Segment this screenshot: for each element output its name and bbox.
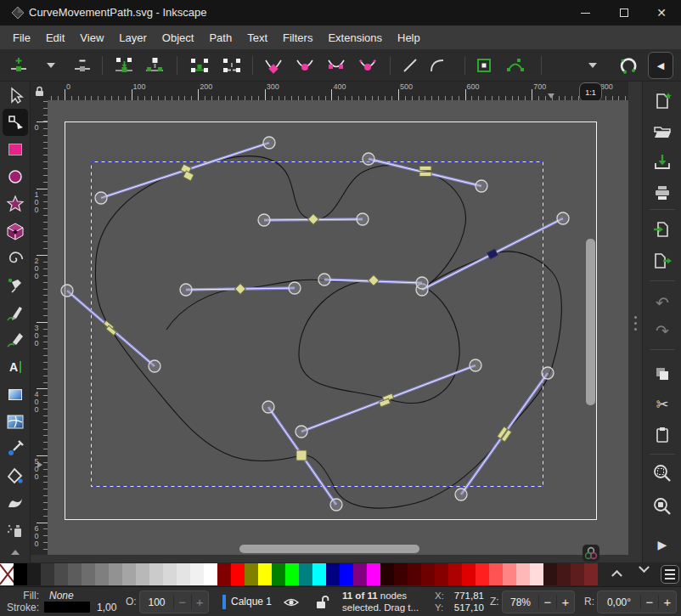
- vertical-ruler[interactable]: 0100200300400500600: [31, 100, 48, 555]
- palette-swatch[interactable]: [14, 563, 27, 585]
- redo-button[interactable]: ↷: [650, 318, 675, 343]
- vertical-scrollbar[interactable]: [586, 239, 595, 405]
- palette-swatch[interactable]: [489, 563, 503, 585]
- palette-swatch[interactable]: [109, 563, 122, 585]
- palette-swatch[interactable]: [394, 563, 408, 585]
- opacity-control[interactable]: 100 − +: [139, 591, 209, 613]
- palette-swatch[interactable]: [326, 563, 340, 585]
- segment-curve-button[interactable]: [426, 54, 448, 76]
- palette-scroll-up-button[interactable]: [613, 569, 623, 579]
- segment-line-button[interactable]: [399, 54, 421, 76]
- join-with-segment-button[interactable]: [189, 54, 211, 76]
- node-corner-button[interactable]: [262, 54, 284, 76]
- palette-menu-button[interactable]: [661, 565, 679, 584]
- palette-swatch[interactable]: [149, 563, 163, 585]
- palette-swatch[interactable]: [367, 563, 380, 585]
- open-document-button[interactable]: [650, 119, 675, 144]
- palette-swatch[interactable]: [543, 563, 557, 585]
- palette-swatch[interactable]: [245, 563, 258, 585]
- opacity-value[interactable]: 100: [140, 596, 173, 608]
- menu-edit[interactable]: Edit: [38, 28, 72, 48]
- palette-swatch[interactable]: [299, 563, 312, 585]
- rotation-increase-button[interactable]: +: [658, 595, 676, 609]
- palette-swatch[interactable]: [27, 563, 41, 585]
- zoom-increase-button[interactable]: +: [556, 595, 574, 609]
- object-to-path-button[interactable]: [473, 54, 495, 76]
- paint-bucket-tool[interactable]: [0, 462, 31, 489]
- undo-button[interactable]: ↶: [650, 290, 675, 315]
- palette-swatch[interactable]: [312, 563, 326, 585]
- palette-swatch[interactable]: [177, 563, 190, 585]
- maximize-button[interactable]: [605, 0, 644, 25]
- palette-swatch[interactable]: [380, 563, 394, 585]
- insert-node-options-button[interactable]: [40, 54, 62, 76]
- palette-swatch[interactable]: [122, 563, 136, 585]
- palette-swatch[interactable]: [435, 563, 448, 585]
- zoom-ratio-badge[interactable]: 1:1: [579, 82, 602, 102]
- layer-visibility-icon[interactable]: [284, 596, 299, 608]
- stroke-width-value[interactable]: 1,00: [97, 602, 116, 613]
- dock-resize-grip[interactable]: [633, 316, 638, 331]
- palette-swatch[interactable]: [503, 563, 516, 585]
- insert-node-button[interactable]: [8, 54, 30, 76]
- zoom-drawing-button[interactable]: [650, 494, 675, 519]
- rotation-value[interactable]: 0,00°: [598, 596, 640, 608]
- palette-swatch[interactable]: [571, 563, 584, 585]
- ruler-corner[interactable]: [31, 82, 48, 100]
- star-tool[interactable]: [0, 190, 31, 218]
- join-nodes-button[interactable]: [113, 54, 135, 76]
- palette-swatch[interactable]: [54, 563, 68, 585]
- node-symmetric-button[interactable]: [325, 54, 347, 76]
- menu-object[interactable]: Object: [155, 28, 202, 48]
- dropper-tool[interactable]: [0, 435, 31, 462]
- more-options-button[interactable]: [582, 54, 604, 76]
- import-button[interactable]: [650, 217, 675, 242]
- selector-tool[interactable]: [0, 82, 31, 109]
- new-document-button[interactable]: [650, 88, 675, 114]
- layer-name[interactable]: Calque 1: [231, 596, 272, 608]
- palette-swatch[interactable]: [421, 563, 435, 585]
- show-transform-handles-button[interactable]: [617, 54, 639, 76]
- palette-swatch[interactable]: [68, 563, 82, 585]
- stroke-color-swatch[interactable]: [44, 602, 90, 613]
- ellipse-tool[interactable]: [0, 163, 31, 190]
- palette-swatch[interactable]: [217, 563, 231, 585]
- stroke-to-path-button[interactable]: [504, 54, 526, 76]
- palette-swatch[interactable]: [476, 563, 489, 585]
- box-3d-tool[interactable]: [0, 218, 31, 245]
- node-editor-tool[interactable]: [3, 109, 28, 136]
- zoom-control[interactable]: 78% − +: [502, 591, 575, 613]
- horizontal-scrollbar[interactable]: [239, 545, 419, 553]
- paste-button[interactable]: [650, 422, 675, 448]
- palette-swatch[interactable]: [353, 563, 367, 585]
- node-smooth-button[interactable]: [294, 54, 316, 76]
- palette-swatch[interactable]: [95, 563, 109, 585]
- menu-file[interactable]: File: [5, 28, 38, 48]
- menu-view[interactable]: View: [72, 28, 111, 48]
- delete-segment-button[interactable]: [221, 54, 243, 76]
- rotation-control[interactable]: 0,00° − +: [597, 591, 677, 613]
- palette-swatch[interactable]: [285, 563, 299, 585]
- canvas[interactable]: [48, 100, 628, 555]
- gradient-tool[interactable]: [0, 381, 31, 408]
- minimize-button[interactable]: [566, 0, 605, 25]
- palette-swatch[interactable]: [584, 563, 598, 585]
- menu-filters[interactable]: Filters: [275, 28, 320, 48]
- delete-node-button[interactable]: [71, 54, 93, 76]
- menu-help[interactable]: Help: [390, 28, 428, 48]
- color-managed-display-toggle[interactable]: [583, 545, 599, 562]
- palette-swatch[interactable]: [340, 563, 353, 585]
- layer-lock-icon[interactable]: [316, 595, 329, 609]
- palette-swatch[interactable]: [462, 563, 476, 585]
- menu-path[interactable]: Path: [201, 28, 239, 48]
- expand-commands-button[interactable]: ▶: [650, 532, 675, 557]
- palette-swatch[interactable]: [163, 563, 177, 585]
- pen-tool[interactable]: [0, 272, 31, 299]
- palette-swatch[interactable]: [231, 563, 245, 585]
- cut-button[interactable]: ✂: [650, 392, 675, 417]
- rectangle-tool[interactable]: [0, 136, 31, 163]
- collapse-panel-button[interactable]: ◀: [648, 52, 673, 79]
- palette-swatch[interactable]: [557, 563, 571, 585]
- zoom-value[interactable]: 78%: [503, 596, 538, 608]
- palette-swatch[interactable]: [448, 563, 462, 585]
